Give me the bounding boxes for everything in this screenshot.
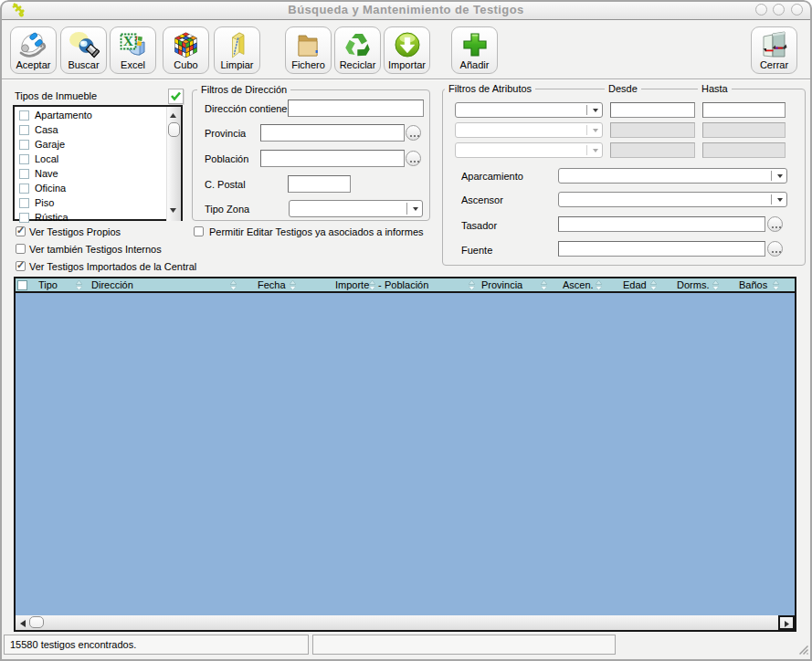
svg-text:X: X [123,34,133,48]
